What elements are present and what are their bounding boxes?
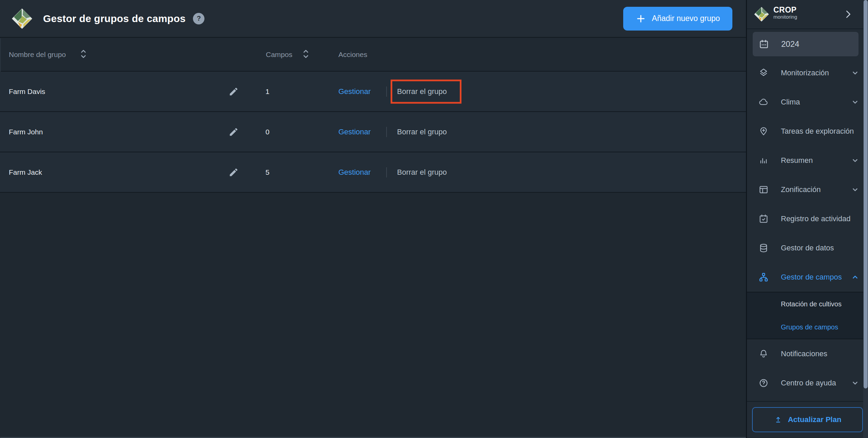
calendar-check-icon	[758, 214, 769, 224]
sidebar-item-label: Notificaciones	[781, 349, 827, 358]
action-divider	[386, 127, 387, 137]
sidebar: CROP monitoring 2024	[746, 0, 868, 438]
sitemap-icon	[758, 272, 769, 282]
sidebar-item-label: Monitorización	[781, 69, 829, 77]
table-row: Farm Jack 5 Gestionar Borrar el grupo	[0, 152, 746, 193]
sidebar-item-label: Resumen	[781, 156, 813, 165]
year-selector-wrap: 2024	[747, 29, 868, 58]
edit-pencil-icon[interactable]	[229, 87, 239, 97]
sidebar-subitem-label: Grupos de campos	[781, 323, 838, 331]
sidebar-item-gestor-de-campos[interactable]: Gestor de campos	[747, 263, 868, 292]
sidebar-nav: Monitorización Clima Tareas de explora	[747, 58, 868, 432]
page-title: Gestor de grupos de campos	[43, 13, 185, 24]
fields-count: 0	[265, 128, 270, 136]
manage-link[interactable]: Gestionar	[338, 87, 371, 96]
action-divider	[386, 167, 387, 177]
main-area: Gestor de grupos de campos ? Añadir nuev…	[0, 0, 746, 438]
delete-group-highlight	[391, 79, 461, 103]
fields-count: 5	[265, 168, 270, 176]
cloud-icon	[758, 97, 769, 107]
delete-group-link[interactable]: Borrar el grupo	[397, 128, 447, 136]
sidebar-item-label: Tareas de exploración	[781, 127, 854, 136]
chevron-down-icon	[851, 156, 859, 165]
sidebar-item-gestor-de-datos[interactable]: Gestor de datos	[747, 233, 868, 263]
column-acciones: Acciones	[338, 51, 367, 59]
sidebar-item-tareas-de-exploracion[interactable]: Tareas de exploración	[747, 117, 868, 146]
sidebar-item-label: Clima	[781, 98, 800, 107]
sidebar-item-clima[interactable]: Clima	[747, 88, 868, 117]
sidebar-item-notificaciones[interactable]: Notificaciones	[747, 339, 868, 368]
chevron-down-icon	[851, 69, 859, 77]
top-header: Gestor de grupos de campos ? Añadir nuev…	[0, 0, 746, 38]
sort-icon-campos[interactable]	[303, 48, 309, 61]
sidebar-subitem-rotacion-de-cultivos[interactable]: Rotación de cultivos	[747, 292, 868, 316]
year-selector[interactable]: 2024	[753, 32, 859, 56]
sidebar-item-label: Registro de actividad	[781, 214, 850, 223]
sort-icon-nombre[interactable]	[80, 48, 86, 61]
chevron-down-icon	[851, 379, 859, 387]
brand-subtitle: monitoring	[773, 14, 797, 20]
sidebar-item-resumen[interactable]: Resumen	[747, 146, 868, 175]
sidebar-submenu: Rotación de cultivos Grupos de campos	[747, 292, 868, 339]
sidebar-item-label: Gestor de datos	[781, 244, 834, 252]
upgrade-plan-button[interactable]: Actualizar Plan	[752, 407, 863, 432]
app-window: Gestor de grupos de campos ? Añadir nuev…	[0, 0, 868, 438]
brand-name: CROP	[773, 6, 797, 14]
question-circle-icon	[758, 378, 769, 388]
sidebar-item-label: Zonificación	[781, 185, 821, 194]
delete-group-link[interactable]: Borrar el grupo	[397, 168, 447, 177]
sidebar-scrollbar-track	[863, 0, 868, 438]
upgrade-plan-label: Actualizar Plan	[788, 415, 842, 424]
database-icon	[758, 243, 769, 253]
chevron-down-icon	[851, 186, 859, 194]
manage-link[interactable]: Gestionar	[338, 128, 371, 136]
group-name: Farm John	[9, 128, 43, 136]
action-divider	[386, 87, 387, 97]
sidebar-divider	[747, 401, 868, 402]
add-group-button-label: Añadir nuevo grupo	[652, 14, 720, 23]
fields-count: 1	[265, 88, 270, 96]
pin-plus-icon	[758, 126, 769, 136]
sidebar-item-label: Gestor de campos	[781, 273, 842, 282]
sidebar-subitem-label: Rotación de cultivos	[781, 300, 842, 308]
manage-link[interactable]: Gestionar	[338, 168, 371, 177]
table-row: Farm Davis 1 Gestionar Borrar el grupo	[0, 72, 746, 112]
sidebar-item-centro-de-ayuda[interactable]: Centro de ayuda	[747, 368, 868, 398]
edit-pencil-icon[interactable]	[229, 167, 239, 177]
layers-icon	[758, 68, 769, 78]
sidebar-collapse-button[interactable]	[843, 9, 853, 19]
sidebar-item-monitorizacion[interactable]: Monitorización	[747, 58, 868, 88]
column-campos: Campos	[266, 51, 292, 59]
layout-icon	[758, 185, 769, 195]
help-icon[interactable]: ?	[193, 13, 204, 24]
chevron-down-icon	[851, 98, 859, 106]
year-label: 2024	[781, 39, 799, 49]
plus-icon	[636, 14, 646, 24]
chevron-up-icon	[851, 273, 859, 281]
group-name: Farm Jack	[9, 168, 42, 176]
sidebar-subitem-grupos-de-campos[interactable]: Grupos de campos	[747, 316, 868, 339]
group-name: Farm Davis	[9, 88, 45, 96]
sidebar-item-zonificacion[interactable]: Zonificación	[747, 175, 868, 204]
column-nombre-del-grupo: Nombre del grupo	[9, 51, 66, 59]
app-logo	[11, 8, 33, 30]
upload-icon	[774, 415, 783, 424]
sidebar-item-label: Centro de ayuda	[781, 379, 836, 387]
add-group-button[interactable]: Añadir nuevo grupo	[623, 7, 732, 31]
brand-text: CROP monitoring	[773, 6, 797, 20]
sidebar-header: CROP monitoring	[747, 0, 868, 29]
sidebar-item-registro-de-actividad[interactable]: Registro de actividad	[747, 204, 868, 233]
table-header: Nombre del grupo Campos Acciones	[0, 38, 746, 72]
edit-pencil-icon[interactable]	[229, 127, 239, 137]
calendar-icon	[759, 39, 769, 49]
crop-monitoring-logo	[754, 6, 769, 22]
bar-chart-icon	[758, 155, 769, 166]
bell-icon	[758, 349, 769, 359]
table-row: Farm John 0 Gestionar Borrar el grupo	[0, 112, 746, 152]
sidebar-scrollbar-thumb[interactable]	[864, 0, 868, 388]
